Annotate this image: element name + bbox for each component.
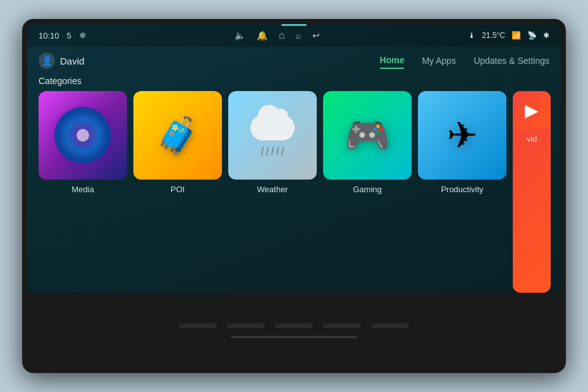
cloud-shape bbox=[250, 115, 295, 140]
bottom-strip bbox=[231, 336, 357, 338]
app-image-poi: 🧳 bbox=[133, 91, 222, 180]
status-right: 🌡 21.5°C 📶 📡 ✱ bbox=[468, 31, 549, 40]
app-card-weather[interactable]: Weather bbox=[228, 91, 317, 293]
plane-icon: ✈ bbox=[447, 114, 478, 157]
app-grid: Media 🧳 POI bbox=[27, 91, 561, 293]
controller-icon: 🎮 bbox=[345, 114, 390, 157]
app-label-weather: Weather bbox=[257, 185, 288, 194]
app-card-media[interactable]: Media bbox=[39, 91, 127, 293]
app-label-gaming: Gaming bbox=[353, 185, 382, 194]
play-icon: ▶ bbox=[525, 100, 539, 121]
bluetooth-icon: ✱ bbox=[543, 31, 549, 40]
car-bottom-panel bbox=[27, 293, 561, 368]
temperature-icon: 🌡 bbox=[468, 31, 475, 40]
app-card-gaming[interactable]: 🎮 Gaming bbox=[323, 91, 412, 293]
vent-slot bbox=[227, 323, 265, 328]
rain-drop bbox=[266, 147, 269, 156]
app-label-media: Media bbox=[71, 185, 94, 194]
clock: 10:10 bbox=[39, 31, 59, 40]
app-image-video: ▶ bbox=[513, 91, 551, 129]
vent-row bbox=[179, 323, 409, 328]
app-card-productivity[interactable]: ✈ Productivity bbox=[418, 91, 506, 293]
rain-drops bbox=[262, 147, 283, 156]
app-image-media bbox=[39, 91, 127, 180]
vent-slot bbox=[179, 323, 217, 328]
rain-drop bbox=[276, 147, 279, 156]
disc-visual bbox=[54, 107, 111, 164]
app-image-gaming: 🎮 bbox=[323, 91, 412, 180]
rain-drop bbox=[281, 147, 284, 156]
app-label-poi: POI bbox=[171, 185, 185, 194]
app-label-video: vid bbox=[527, 134, 537, 144]
nav-tabs: Home My Apps Updates & Settings bbox=[380, 52, 549, 69]
temperature-value: 21.5°C bbox=[482, 31, 505, 40]
car-frame: 10:10 5 ❄ 🔈 🔔 ⌂ ⌕ ↩ 🌡 21.5°C 📶 📡 ✱ bbox=[22, 19, 566, 373]
tab-updates-settings[interactable]: Updates & Settings bbox=[474, 53, 549, 68]
volume-icon[interactable]: 🔈 bbox=[235, 30, 245, 40]
bell-icon[interactable]: 🔔 bbox=[257, 30, 267, 40]
app-image-weather bbox=[228, 91, 317, 180]
vent-slot bbox=[371, 323, 409, 328]
cloud-visual bbox=[250, 115, 295, 156]
search-icon[interactable]: ⌕ bbox=[296, 30, 301, 40]
user-section: 👤 David bbox=[39, 52, 84, 69]
app-label-productivity: Productivity bbox=[441, 185, 483, 194]
status-bar: 10:10 5 ❄ 🔈 🔔 ⌂ ⌕ ↩ 🌡 21.5°C 📶 📡 ✱ bbox=[27, 24, 561, 47]
app-card-poi[interactable]: 🧳 POI bbox=[133, 91, 222, 293]
fan-icon: ❄ bbox=[79, 30, 87, 40]
vent-slot bbox=[323, 323, 361, 328]
signal-icon: 📡 bbox=[527, 31, 537, 40]
back-icon[interactable]: ↩ bbox=[312, 30, 320, 40]
tab-indicator bbox=[281, 24, 307, 26]
wifi-icon: 📶 bbox=[511, 31, 521, 40]
tab-my-apps[interactable]: My Apps bbox=[422, 53, 456, 68]
user-avatar: 👤 bbox=[39, 52, 55, 69]
nav-row: 👤 David Home My Apps Updates & Settings bbox=[27, 47, 561, 75]
status-left: 10:10 5 ❄ bbox=[39, 30, 87, 40]
tab-home[interactable]: Home bbox=[380, 52, 405, 69]
fan-count: 5 bbox=[67, 31, 71, 40]
rain-drop bbox=[261, 147, 264, 156]
rain-drop bbox=[271, 147, 274, 156]
home-icon[interactable]: ⌂ bbox=[279, 30, 285, 41]
app-card-video[interactable]: ▶ vid bbox=[513, 91, 551, 293]
disc-center bbox=[77, 129, 89, 142]
user-name: David bbox=[60, 56, 84, 66]
infotainment-screen: 10:10 5 ❄ 🔈 🔔 ⌂ ⌕ ↩ 🌡 21.5°C 📶 📡 ✱ bbox=[27, 24, 561, 293]
status-center: 🔈 🔔 ⌂ ⌕ ↩ bbox=[235, 30, 321, 41]
suitcase-icon: 🧳 bbox=[156, 114, 200, 156]
app-image-productivity: ✈ bbox=[418, 91, 506, 180]
categories-label: Categories bbox=[27, 75, 561, 91]
vent-slot bbox=[275, 323, 313, 328]
